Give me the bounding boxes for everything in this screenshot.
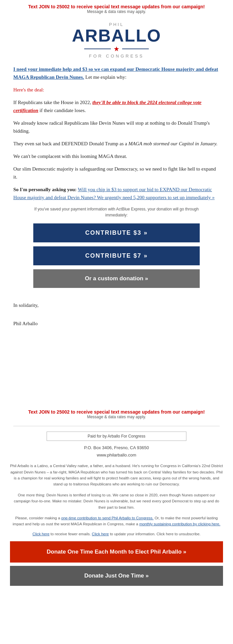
p2-paragraph: We already know radical Republicans like…	[13, 119, 220, 135]
disclaimer-1: Phil Arballo is a Latino, a Central Vall…	[10, 463, 223, 487]
custom-donation-button[interactable]: Or a custom donation »	[33, 269, 200, 288]
disclaimer-2: One more thing: Devin Nunes is terrified…	[10, 492, 223, 510]
top-sms-sub: Message & data rates may apply.	[7, 9, 226, 14]
one-time-donate-button[interactable]: Donate Just One Time »	[10, 566, 223, 586]
one-time-contrib-link[interactable]: one-time contribution to send Phil Arbal…	[61, 516, 153, 520]
actblue-notice: If you've saved your payment information…	[33, 206, 200, 218]
footer-address: P.O. Box 3406, Fresno, CA 93650	[0, 444, 233, 451]
p5-paragraph: Our slim Democratic majority is safeguar…	[13, 165, 220, 181]
monthly-donate-button[interactable]: Donate One Time Each Month to Elect Phil…	[10, 541, 223, 563]
closing-section: In solidarity, Phil Arballo	[0, 301, 233, 339]
bottom-banner: Text JOIN to 25002 to receive special te…	[0, 405, 233, 421]
deal-paragraph: Here's the deal:	[13, 86, 220, 94]
closing-2: Phil Arballo	[13, 320, 220, 327]
logo-name-main: ARBALLO	[7, 27, 226, 44]
unsubscribe-line: Click here to receive fewer emails. Clic…	[10, 532, 223, 536]
disclaimer-3: Please, consider making a one-time contr…	[10, 515, 223, 527]
p3-italic: MAGA mob stormed our Capitol in January.	[128, 141, 218, 146]
logo-line-left	[84, 49, 111, 49]
bottom-buttons: Donate One Time Each Month to Elect Phil…	[10, 541, 223, 586]
logo-congress: FOR CONGRESS	[7, 54, 226, 59]
logo-star-icon: ★	[114, 45, 119, 53]
paid-for-box: Paid for by Arballo For Congress	[47, 432, 186, 441]
logo-line-right	[122, 49, 149, 49]
p1-paragraph: If Republicans take the House in 2022, t…	[13, 98, 220, 114]
fewer-emails-link[interactable]: Click here	[33, 532, 50, 536]
deal-label: Here's the deal:	[13, 87, 44, 92]
logo-star-row: ★	[7, 45, 226, 53]
p6-paragraph: So I'm personally asking you: Will you c…	[13, 186, 220, 201]
intro-paragraph: I need your immediate help and $3 so we …	[13, 65, 220, 81]
buttons-section: CONTRIBUTE $3 » CONTRIBUTE $7 » Or a cus…	[33, 223, 200, 288]
closing-1: In solidarity,	[13, 301, 220, 309]
p3-paragraph: They even sat back and DEFENDED Donald T…	[13, 140, 220, 148]
top-banner: Text JOIN to 25002 to receive special te…	[0, 0, 233, 15]
bottom-sms-text: Text JOIN to 25002 to receive special te…	[7, 409, 226, 415]
spacer	[0, 339, 233, 405]
p6-prefix: So I'm personally asking you:	[13, 187, 78, 192]
address-section: P.O. Box 3406, Fresno, CA 93650 www.phil…	[0, 444, 233, 459]
contribute-3-button[interactable]: CONTRIBUTE $3 »	[33, 223, 200, 242]
bottom-sms-sub: Message & data rates may apply.	[7, 415, 226, 419]
footer-website: www.philarballo.com	[0, 451, 233, 459]
update-info-link[interactable]: Click here	[92, 532, 109, 536]
top-sms-text: Text JOIN to 25002 to receive special te…	[7, 4, 226, 9]
divider	[13, 426, 220, 426]
monthly-contrib-link[interactable]: monthly sustaining contribution by click…	[139, 522, 220, 526]
logo-section: PHIL ARBALLO ★ FOR CONGRESS	[0, 15, 233, 62]
p4-paragraph: We can't be complacent with this looming…	[13, 152, 220, 160]
contribute-7-button[interactable]: CONTRIBUTE $7 »	[33, 246, 200, 265]
main-content: I need your immediate help and $3 so we …	[0, 62, 233, 301]
